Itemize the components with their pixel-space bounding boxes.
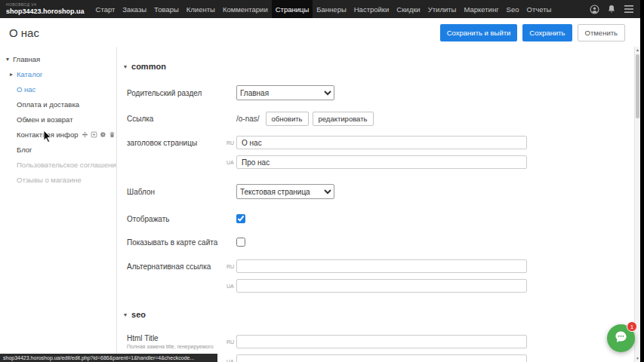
tree-item-catalog[interactable]: ▸ Каталог <box>0 66 116 81</box>
logo[interactable]: НОВОВВОД V4 shop34423.horoshop.ua <box>0 3 92 15</box>
link-value: /o-nas/ <box>236 115 260 123</box>
field-page-title-ua: UA <box>127 155 527 170</box>
tree-item-home[interactable]: ▾ Главная <box>0 51 116 66</box>
nav-item-pages[interactable]: Страницы <box>272 0 313 18</box>
tree-item-user-agreement[interactable]: Пользовательское соглашение <box>0 157 116 172</box>
lang-ru-label: RU <box>226 339 236 345</box>
page-header: О нас Сохранить и выйти Сохранить Отмени… <box>0 18 634 47</box>
chat-bubble-icon <box>614 330 628 347</box>
field-alt-link-ru: Альтернативная ссылка RU <box>127 259 527 274</box>
trash-icon[interactable] <box>109 131 116 138</box>
field-page-title-ru: заголовок страницы RU <box>127 135 527 150</box>
html-title-ru-input[interactable] <box>236 335 527 348</box>
page-edit-form: ▾ common Родительский раздел Главная Ссы… <box>118 47 634 362</box>
top-navigation-bar: НОВОВВОД V4 shop34423.horoshop.ua Старт … <box>0 0 640 18</box>
field-link: Ссылка /o-nas/ обновить редактировать <box>127 111 377 126</box>
link-update-button[interactable]: обновить <box>266 112 309 126</box>
field-parent-section: Родительский раздел Главная <box>127 85 334 100</box>
chevron-down-icon[interactable]: ▾ <box>124 63 127 70</box>
link-status-tooltip: shop34423.horoshop.ua/edit/edit.php?id=6… <box>0 354 217 362</box>
nav-item-discounts[interactable]: Скидки <box>393 0 424 18</box>
template-select[interactable]: Текстовая страница <box>236 184 334 199</box>
tree-item-blog[interactable]: Блог <box>0 142 116 157</box>
gear-icon[interactable] <box>100 131 106 138</box>
nav-item-start[interactable]: Старт <box>92 0 119 18</box>
tree-item-payment-delivery[interactable]: Оплата и доставка <box>0 97 116 112</box>
move-icon[interactable] <box>82 131 88 138</box>
lang-ua-label: UA <box>226 284 236 289</box>
admin-window: НОВОВВОД V4 shop34423.horoshop.ua Старт … <box>0 0 640 362</box>
lang-ua-label: UA <box>226 359 236 362</box>
nav-item-clients[interactable]: Клиенты <box>183 0 219 18</box>
chat-unread-badge: 1 <box>627 321 637 332</box>
link-edit-button[interactable]: редактировать <box>313 112 374 126</box>
scrollbar-thumb[interactable] <box>636 54 639 118</box>
nav-item-seo[interactable]: Seo <box>503 0 523 18</box>
html-title-label: Html Title <box>127 334 159 342</box>
alt-link-ru-input[interactable] <box>236 259 527 273</box>
scroll-up-arrow-icon[interactable]: ▲ <box>635 47 640 54</box>
chat-widget-button[interactable]: 1 <box>607 324 635 352</box>
bell-icon[interactable] <box>606 4 617 14</box>
field-sitemap: Показывать в карте сайта <box>127 235 245 250</box>
nav-item-marketing[interactable]: Маркетинг <box>460 0 502 18</box>
user-icon[interactable] <box>589 4 599 14</box>
header-buttons: Сохранить и выйти Сохранить Отменить <box>440 24 634 41</box>
lang-ru-label: RU <box>226 140 236 146</box>
tree-item-exchange-return[interactable]: Обмен и возврат <box>0 112 116 127</box>
html-title-ua-input[interactable] <box>236 354 527 362</box>
nav-item-reports[interactable]: Отчеты <box>523 0 556 18</box>
field-alt-link-ua: UA <box>127 278 527 293</box>
chevron-down-icon[interactable]: ▾ <box>6 56 13 63</box>
section-common[interactable]: ▾ common <box>124 59 166 74</box>
tree-item-store-reviews[interactable]: Отзывы о магазине <box>0 172 116 187</box>
nav-item-banners[interactable]: Баннеры <box>313 0 350 18</box>
tree-item-actions <box>82 131 116 138</box>
page-title: О нас <box>0 26 39 39</box>
scroll-down-arrow-icon[interactable]: ▼ <box>635 355 640 362</box>
nav-item-comments[interactable]: Комментарии <box>219 0 272 18</box>
lang-ru-label: RU <box>226 264 236 269</box>
section-seo[interactable]: ▾ seo <box>124 307 146 322</box>
page-title-ru-input[interactable] <box>236 136 527 149</box>
nav-item-orders[interactable]: Заказы <box>119 0 150 18</box>
vertical-scrollbar[interactable]: ▲ ▼ <box>634 47 640 362</box>
parent-section-select[interactable]: Главная <box>236 85 334 100</box>
save-button[interactable]: Сохранить <box>522 24 572 41</box>
html-title-hint: Полная замена title, генерируемого <box>127 344 226 349</box>
page-title-ua-input[interactable] <box>236 155 527 169</box>
save-and-exit-button[interactable]: Сохранить и выйти <box>440 24 518 41</box>
menu-icon[interactable] <box>624 4 634 14</box>
display-checkbox[interactable] <box>236 214 245 223</box>
field-template: Шаблон Текстовая страница <box>127 184 334 199</box>
pages-tree-sidebar: ▾ Главная ▸ Каталог О нас Оплата и доста… <box>0 47 117 362</box>
chevron-right-icon[interactable]: ▸ <box>10 71 17 78</box>
lang-ua-label: UA <box>226 160 236 165</box>
field-display: Отображать <box>127 211 245 226</box>
nav-item-settings[interactable]: Настройки <box>350 0 393 18</box>
topbar-icons <box>589 4 640 14</box>
shop-domain: shop34423.horoshop.ua <box>6 8 85 15</box>
chevron-down-icon[interactable]: ▾ <box>124 311 127 318</box>
nav-item-products[interactable]: Товары <box>150 0 183 18</box>
cancel-button[interactable]: Отменить <box>578 24 625 41</box>
alt-link-ua-input[interactable] <box>236 279 527 293</box>
add-icon[interactable] <box>91 131 97 138</box>
nav-item-utilities[interactable]: Утилиты <box>424 0 461 18</box>
field-html-title-ru: Html Title Полная замена title, генериру… <box>127 334 527 349</box>
version-label: НОВОВВОД V4 <box>6 3 85 7</box>
tree-item-about[interactable]: О нас <box>0 81 116 97</box>
tree-item-contact-info[interactable]: Контактная инфор <box>0 127 116 142</box>
sitemap-checkbox[interactable] <box>236 238 245 247</box>
main-menu: Старт Заказы Товары Клиенты Комментарии … <box>92 0 556 18</box>
